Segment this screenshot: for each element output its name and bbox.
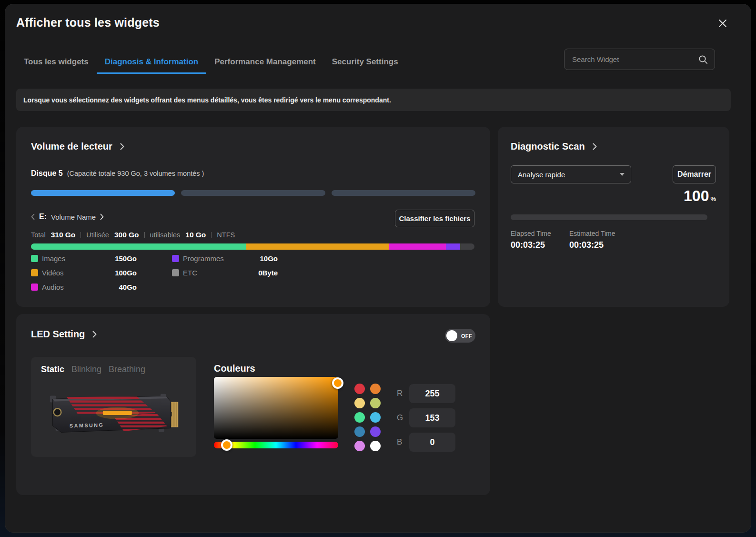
chevron-right-icon bbox=[92, 331, 97, 338]
divider bbox=[211, 232, 212, 238]
scan-type-dropdown[interactable]: Analyse rapide bbox=[511, 165, 631, 183]
scan-progress-percent: 100 % bbox=[684, 187, 716, 205]
search-input[interactable] bbox=[564, 55, 698, 63]
color-swatch[interactable] bbox=[354, 398, 365, 408]
legend-swatch bbox=[31, 269, 38, 276]
classify-files-button[interactable]: Classifier les fichiers bbox=[395, 210, 474, 227]
ssd-image: SAMSUNG bbox=[43, 385, 184, 442]
volume-card: Volume de lecteur Disque 5 (Capacité tot… bbox=[16, 127, 490, 307]
chevron-right-icon bbox=[593, 143, 597, 150]
ssd-brand-label: SAMSUNG bbox=[70, 422, 104, 429]
scan-progress-bar bbox=[511, 214, 707, 220]
close-icon bbox=[718, 19, 727, 28]
chevron-down-icon bbox=[620, 173, 625, 176]
divider bbox=[144, 232, 145, 238]
diagnostic-card: Diagnostic Scan Analyse rapide Démarrer … bbox=[498, 127, 729, 307]
volume-bar[interactable] bbox=[181, 190, 325, 196]
color-swatch[interactable] bbox=[370, 384, 381, 394]
legend-item: Images 150Go bbox=[31, 254, 137, 263]
toggle-state-label: OFF bbox=[461, 333, 472, 339]
tab-performance-management[interactable]: Performance Management bbox=[206, 53, 324, 74]
legend-item: Vidéos 100Go bbox=[31, 269, 137, 277]
drive-letter: E: bbox=[39, 213, 47, 221]
usage-bar bbox=[31, 243, 474, 250]
red-label: R bbox=[397, 389, 403, 398]
color-swatch[interactable] bbox=[370, 441, 381, 451]
green-value-input[interactable] bbox=[409, 408, 455, 427]
color-swatch[interactable] bbox=[370, 426, 381, 437]
color-swatches bbox=[354, 384, 381, 451]
tab-security-settings[interactable]: Security Settings bbox=[324, 53, 406, 74]
search-widget-box bbox=[564, 49, 715, 70]
volume-bar-selected[interactable] bbox=[31, 190, 175, 196]
mode-breathing[interactable]: Breathing bbox=[109, 365, 145, 375]
volume-stats: Total 310 Go Utilisée 300 Go utilisables… bbox=[31, 231, 235, 239]
info-banner-text: Lorsque vous sélectionnez des widgets of… bbox=[23, 96, 391, 104]
led-mode-panel: Static Blinking Breathing bbox=[31, 357, 196, 457]
page-title: Afficher tous les widgets bbox=[16, 16, 160, 30]
usage-segment-programmes bbox=[446, 243, 460, 250]
color-swatch[interactable] bbox=[354, 441, 365, 451]
mode-blinking[interactable]: Blinking bbox=[71, 365, 101, 375]
hue-slider-handle[interactable] bbox=[221, 439, 232, 451]
mode-static[interactable]: Static bbox=[41, 365, 64, 375]
filesystem-type: NTFS bbox=[217, 231, 235, 239]
next-volume-icon[interactable] bbox=[100, 213, 104, 220]
color-swatch[interactable] bbox=[370, 412, 381, 423]
estimated-time-value: 00:03:25 bbox=[569, 240, 604, 250]
volume-bars bbox=[31, 190, 475, 196]
color-swatch[interactable] bbox=[354, 426, 365, 437]
blue-value-input[interactable] bbox=[409, 433, 455, 452]
tab-bar: Tous les widgets Diagnosis & Information… bbox=[16, 53, 406, 74]
blue-label: B bbox=[397, 437, 402, 447]
colors-title: Couleurs bbox=[214, 363, 255, 374]
legend-swatch bbox=[31, 255, 38, 262]
color-swatch[interactable] bbox=[354, 412, 365, 423]
info-banner: Lorsque vous sélectionnez des widgets of… bbox=[16, 89, 731, 111]
volume-name: Volume Name bbox=[51, 213, 96, 221]
usage-segment-videos bbox=[246, 243, 389, 250]
tab-tous-les-widgets[interactable]: Tous les widgets bbox=[16, 53, 97, 74]
widgets-dialog: Afficher tous les widgets Tous les widge… bbox=[5, 4, 751, 533]
close-button[interactable] bbox=[716, 17, 729, 30]
toggle-knob bbox=[446, 330, 457, 341]
start-scan-button[interactable]: Démarrer bbox=[673, 165, 716, 183]
volume-selector: E: Volume Name bbox=[31, 210, 104, 224]
led-card: LED Setting OFF Static Blinking Breathin… bbox=[16, 314, 490, 495]
legend-item: Audios 40Go bbox=[31, 283, 137, 291]
divider bbox=[81, 232, 81, 238]
red-value-input[interactable] bbox=[409, 384, 455, 403]
hue-slider[interactable] bbox=[214, 442, 338, 448]
legend-swatch bbox=[172, 255, 179, 262]
legend-item: Programmes 10Go bbox=[172, 254, 278, 263]
disk-info: Disque 5 (Capacité totale 930 Go, 3 volu… bbox=[31, 169, 204, 178]
led-toggle[interactable]: OFF bbox=[445, 329, 475, 343]
saturation-value-panel[interactable] bbox=[214, 377, 338, 439]
led-mode-tabs: Static Blinking Breathing bbox=[41, 365, 145, 375]
estimated-time-label: Estimated Time bbox=[569, 230, 615, 237]
elapsed-time-label: Elapsed Time bbox=[511, 230, 551, 237]
disk-details: (Capacité totale 930 Go, 3 volumes monté… bbox=[67, 170, 204, 177]
color-swatch[interactable] bbox=[354, 384, 365, 394]
search-icon[interactable] bbox=[698, 55, 708, 64]
legend-item: ETC 0Byte bbox=[172, 269, 278, 277]
volume-card-header[interactable]: Volume de lecteur bbox=[31, 141, 124, 152]
usage-segment-audios bbox=[389, 243, 446, 250]
green-label: G bbox=[397, 413, 403, 423]
prev-volume-icon[interactable] bbox=[31, 213, 35, 220]
elapsed-time-value: 00:03:25 bbox=[511, 240, 545, 250]
color-picker-handle[interactable] bbox=[332, 377, 343, 389]
legend-swatch bbox=[172, 269, 179, 276]
volume-bar[interactable] bbox=[332, 190, 475, 196]
disk-name: Disque 5 bbox=[31, 169, 63, 178]
color-swatch[interactable] bbox=[370, 398, 381, 408]
diagnostic-card-header[interactable]: Diagnostic Scan bbox=[511, 141, 597, 152]
tab-diagnosis-information[interactable]: Diagnosis & Information bbox=[97, 53, 206, 74]
chevron-right-icon bbox=[120, 143, 124, 150]
led-card-header[interactable]: LED Setting bbox=[31, 329, 97, 340]
usage-segment-images bbox=[31, 243, 246, 250]
legend-swatch bbox=[31, 284, 38, 291]
